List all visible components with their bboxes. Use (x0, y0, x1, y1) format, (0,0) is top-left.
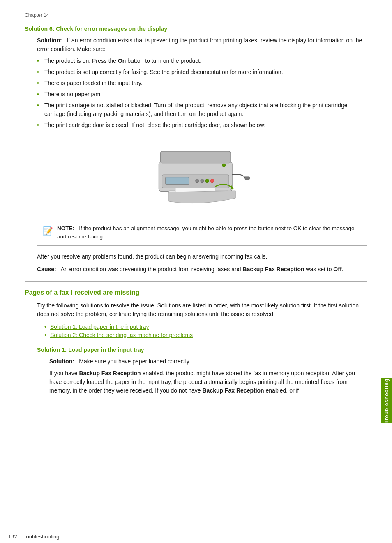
bullet-item-3: There is paper loaded in the input tray. (37, 79, 367, 88)
footer-page-number: 192 (8, 534, 17, 540)
bullet-4-text: There is no paper jam. (44, 91, 102, 97)
bullet-item-1: The product is on. Press the On button t… (37, 57, 367, 65)
page-container: Chapter 14 Solution 6: Check for error m… (0, 0, 392, 543)
note-box: 📝 NOTE: If the product has an alignment … (37, 220, 367, 246)
svg-point-4 (196, 179, 199, 183)
svg-rect-1 (160, 151, 231, 163)
solution6-text: Solution: If an error condition exists t… (37, 36, 367, 53)
solution6-heading: Solution 6: Check for error messages on … (25, 25, 367, 32)
cause-text: Cause: An error condition was preventing… (37, 265, 367, 274)
footer: 192 Troubleshooting (0, 530, 392, 543)
bullet-3-text: There is paper loaded in the input tray. (44, 80, 143, 86)
cause-label: Cause: (37, 266, 56, 273)
printer-illustration (149, 138, 256, 212)
bullet-item-5: The print carriage is not stalled or blo… (37, 101, 367, 118)
bullet-item-6: The print cartridge door is closed. If n… (37, 121, 367, 129)
svg-point-5 (201, 179, 204, 183)
svg-point-6 (205, 179, 209, 183)
solution6-body: If an error condition exists that is pre… (37, 37, 362, 52)
pages-section: Pages of a fax I received are missing Tr… (25, 289, 367, 395)
solution1-label: Solution: (49, 358, 74, 365)
bullet-5-text: The print carriage is not stalled or blo… (44, 102, 347, 117)
printer-image-container (37, 138, 367, 212)
link-item-1[interactable]: Solution 1: Load paper in the input tray (44, 323, 367, 330)
sidebar-label: Troubleshooting (384, 379, 390, 423)
solution1-text: Make sure you have paper loaded correctl… (79, 358, 190, 365)
solution1-para2: If you have Backup Fax Reception enabled… (49, 369, 367, 395)
pages-content: Try the following solutions to resolve t… (37, 301, 367, 395)
svg-rect-11 (245, 177, 249, 180)
sidebar-label-wrapper: Troubleshooting (381, 378, 392, 423)
note-text: If the product has an alignment message,… (57, 225, 354, 240)
solution6-bullets: The product is on. Press the On button t… (37, 57, 367, 129)
note-icon: 📝 (43, 225, 53, 237)
solution1-para1: Solution: Make sure you have paper loade… (49, 357, 367, 366)
svg-point-7 (210, 179, 214, 183)
bullet-2-text: The product is set up correctly for faxi… (44, 69, 283, 75)
pages-section-heading: Pages of a fax I received are missing (25, 289, 367, 296)
bullet-6-text: The print cartridge door is closed. If n… (44, 122, 266, 128)
footer-label: Troubleshooting (21, 534, 60, 540)
note-label: NOTE: (57, 225, 74, 231)
link-item-2[interactable]: Solution 2: Check the sending fax machin… (44, 332, 367, 338)
pages-link-list: Solution 1: Load paper in the input tray… (44, 323, 367, 338)
solution6-content: Solution: If an error condition exists t… (37, 36, 367, 274)
solution1-heading: Solution 1: Load paper in the input tray (37, 347, 367, 353)
note-content: NOTE: If the product has an alignment me… (57, 224, 362, 241)
pages-intro: Try the following solutions to resolve t… (37, 301, 367, 319)
after-note-text: After you resolve any problems found, th… (37, 252, 367, 261)
bullet-item-4: There is no paper jam. (37, 90, 367, 99)
solution1-block: Solution: Make sure you have paper loade… (49, 357, 367, 395)
section-divider (25, 281, 367, 282)
solution1-section: Solution 1: Load paper in the input tray… (37, 347, 367, 395)
bullet-item-2: The product is set up correctly for faxi… (37, 68, 367, 76)
solution6-label: Solution: (37, 37, 62, 44)
svg-point-12 (222, 164, 226, 167)
svg-rect-3 (166, 177, 189, 185)
chapter-label: Chapter 14 (25, 12, 367, 18)
cause-body: An error condition was preventing the pr… (61, 266, 344, 273)
bullet-1-text: The product is on. Press the On button t… (44, 58, 201, 64)
